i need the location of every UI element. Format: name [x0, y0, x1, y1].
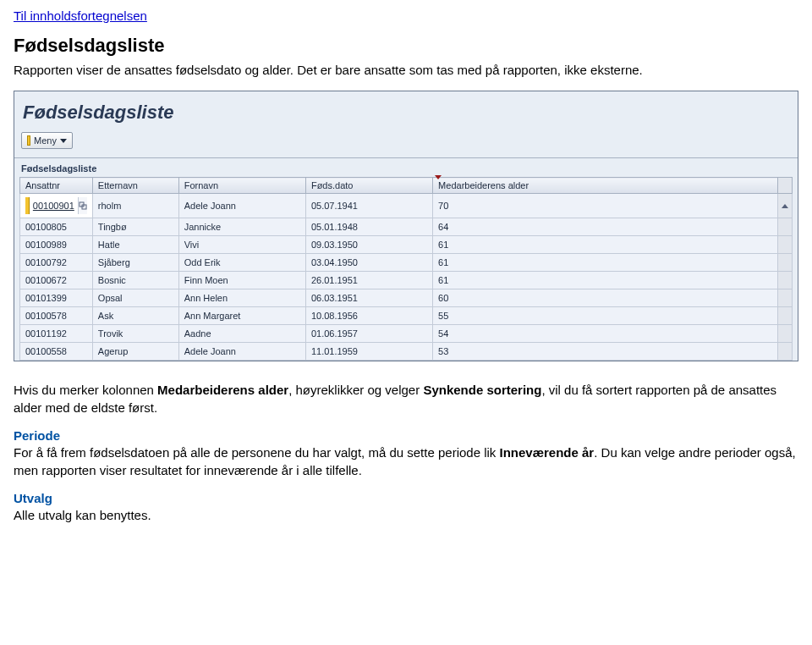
cell-alder[interactable]: 61 — [433, 254, 778, 272]
bold-period: Inneværende år — [500, 445, 595, 460]
cell-ansattnr[interactable]: 00100792 — [20, 254, 93, 272]
col-header-fornavn[interactable]: Fornavn — [178, 178, 305, 194]
periode-heading: Periode — [14, 428, 60, 443]
cell-etternavn[interactable]: Ask — [92, 307, 178, 325]
cell-etternavn[interactable]: Trovik — [92, 325, 178, 343]
cell-etternavn[interactable]: rholm — [92, 194, 178, 218]
toc-link[interactable]: Til innholdsfortegnelsen — [14, 8, 147, 23]
value-help-icon[interactable] — [78, 197, 87, 214]
table-row[interactable]: 00100989HatleVivi09.03.195061 — [20, 236, 793, 254]
meny-button[interactable]: Meny — [21, 132, 73, 149]
cell-fodsdato[interactable]: 01.06.1957 — [305, 325, 432, 343]
text-fragment: For å få frem fødselsdatoen på alle de p… — [14, 445, 500, 460]
text-fragment: Hvis du merker kolonnen — [14, 383, 157, 397]
cell-ansattnr[interactable]: 00100989 — [20, 236, 93, 254]
table-subtitle: Fødselsdagsliste — [19, 162, 793, 177]
cell-fornavn[interactable]: Finn Moen — [178, 272, 305, 289]
cell-fodsdato[interactable]: 11.01.1959 — [305, 343, 432, 361]
cell-etternavn[interactable]: Tingbø — [92, 218, 178, 236]
cell-ansattnr-value: 00100901 — [30, 197, 78, 214]
text-fragment: , høyreklikker og velger — [288, 383, 423, 397]
intro-paragraph: Rapporten viser de ansattes fødselsdato … — [14, 62, 798, 79]
cell-fornavn[interactable]: Odd Erik — [178, 254, 305, 272]
sort-desc-icon — [435, 175, 442, 179]
birthday-table: Ansattnr Etternavn Fornavn Føds.dato Med… — [19, 177, 793, 361]
table-row[interactable]: 00101192TrovikAadne01.06.195754 — [20, 325, 793, 343]
cell-fornavn[interactable]: Adele Joann — [178, 194, 305, 218]
app-screenshot: Fødselsdagsliste Meny Fødselsdagsliste A… — [14, 91, 798, 361]
table-row[interactable]: 00100805TingbøJannicke05.01.194864 — [20, 218, 793, 236]
scrollbar-cell[interactable] — [777, 289, 792, 307]
col-header-alder-label: Medarbeiderens alder — [438, 180, 529, 190]
cell-etternavn[interactable]: Opsal — [92, 289, 178, 307]
cell-etternavn[interactable]: Agerup — [92, 343, 178, 361]
cell-ansattnr[interactable]: 00100901 — [20, 194, 93, 218]
scrollbar-cell[interactable] — [777, 236, 792, 254]
cell-fodsdato[interactable]: 09.03.1950 — [305, 236, 432, 254]
cell-alder[interactable]: 70 — [433, 194, 778, 218]
bold-sort-option: Synkende sortering — [423, 383, 541, 397]
cell-fornavn[interactable]: Aadne — [178, 325, 305, 343]
cell-ansattnr[interactable]: 00100672 — [20, 272, 93, 289]
table-row[interactable]: 00100792SjåbergOdd Erik03.04.195061 — [20, 254, 793, 272]
cell-alder[interactable]: 61 — [433, 272, 778, 289]
cell-ansattnr[interactable]: 00100578 — [20, 307, 93, 325]
table-row[interactable]: 00100672BosnicFinn Moen26.01.195161 — [20, 272, 793, 289]
scroll-up-icon — [782, 204, 788, 208]
cell-fodsdato[interactable]: 06.03.1951 — [305, 289, 432, 307]
cell-ansattnr[interactable]: 00101192 — [20, 325, 93, 343]
periode-paragraph: Periode For å få frem fødselsdatoen på a… — [14, 427, 798, 480]
meny-label: Meny — [34, 135, 57, 146]
scrollbar-cell[interactable] — [777, 194, 792, 218]
cell-ansattnr[interactable]: 00101399 — [20, 289, 93, 307]
meny-marker-icon — [27, 135, 30, 146]
cell-fornavn[interactable]: Ann Helen — [178, 289, 305, 307]
cell-etternavn[interactable]: Sjåberg — [92, 254, 178, 272]
scrollbar-cell[interactable] — [777, 343, 792, 361]
scrollbar-cell[interactable] — [777, 272, 792, 289]
utvalg-paragraph: Utvalg Alle utvalg kan benyttes. — [14, 490, 798, 525]
bold-column-name: Medarbeiderens alder — [157, 383, 288, 397]
cell-fodsdato[interactable]: 26.01.1951 — [305, 272, 432, 289]
chevron-down-icon — [60, 139, 67, 143]
cell-alder[interactable]: 53 — [433, 343, 778, 361]
cell-alder[interactable]: 54 — [433, 325, 778, 343]
cell-fornavn[interactable]: Vivi — [178, 236, 305, 254]
utvalg-heading: Utvalg — [14, 491, 52, 505]
cell-alder[interactable]: 60 — [433, 289, 778, 307]
scrollbar-cell[interactable] — [777, 254, 792, 272]
table-row[interactable]: 00100558AgerupAdele Joann11.01.195953 — [20, 343, 793, 361]
cell-alder[interactable]: 55 — [433, 307, 778, 325]
cell-fornavn[interactable]: Adele Joann — [178, 343, 305, 361]
col-header-alder[interactable]: Medarbeiderens alder — [433, 178, 778, 194]
cell-etternavn[interactable]: Bosnic — [92, 272, 178, 289]
cell-alder[interactable]: 64 — [433, 218, 778, 236]
col-header-ansattnr[interactable]: Ansattnr — [20, 178, 93, 194]
scrollbar-cell[interactable] — [777, 218, 792, 236]
col-header-etternavn[interactable]: Etternavn — [92, 178, 178, 194]
scrollbar-header — [777, 178, 792, 194]
page-heading: Fødselsdagsliste — [14, 35, 798, 57]
text-fragment: Alle utvalg kan benyttes. — [14, 508, 151, 522]
table-row[interactable]: 00100578AskAnn Margaret10.08.195655 — [20, 307, 793, 325]
sort-instruction: Hvis du merker kolonnen Medarbeiderens a… — [14, 382, 798, 416]
cell-fornavn[interactable]: Jannicke — [178, 218, 305, 236]
cell-fornavn[interactable]: Ann Margaret — [178, 307, 305, 325]
col-header-fodsdato[interactable]: Føds.dato — [305, 178, 432, 194]
cell-fodsdato[interactable]: 05.01.1948 — [305, 218, 432, 236]
cell-fodsdato[interactable]: 10.08.1956 — [305, 307, 432, 325]
cell-ansattnr[interactable]: 00100558 — [20, 343, 93, 361]
cell-ansattnr[interactable]: 00100805 — [20, 218, 93, 236]
cell-alder[interactable]: 61 — [433, 236, 778, 254]
table-row[interactable]: 00101399OpsalAnn Helen06.03.195160 — [20, 289, 793, 307]
cell-fodsdato[interactable]: 05.07.1941 — [305, 194, 432, 218]
cell-fodsdato[interactable]: 03.04.1950 — [305, 254, 432, 272]
table-row[interactable]: 00100901rholmAdele Joann05.07.194170 — [20, 194, 793, 218]
cell-etternavn[interactable]: Hatle — [92, 236, 178, 254]
app-title: Fødselsdagsliste — [23, 102, 174, 123]
scrollbar-cell[interactable] — [777, 325, 792, 343]
scrollbar-cell[interactable] — [777, 307, 792, 325]
